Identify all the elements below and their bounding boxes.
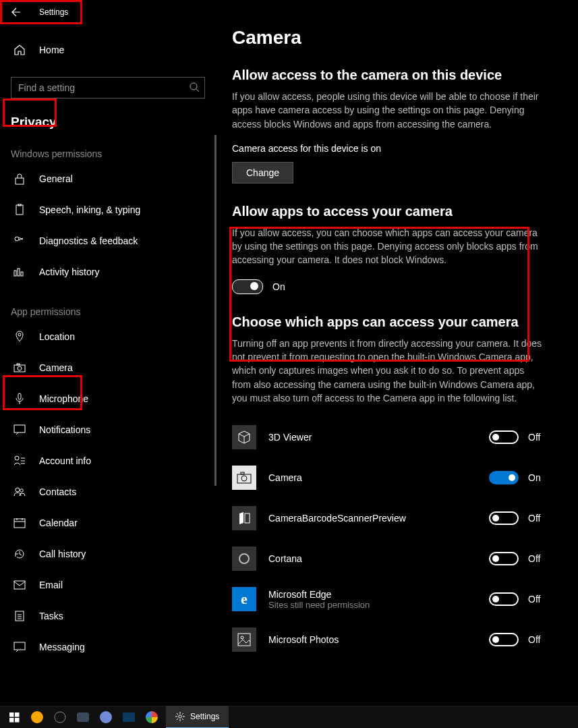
- feedback-icon: [13, 235, 26, 247]
- taskbar-app-2[interactable]: [49, 706, 71, 728]
- sidebar-item-callhistory[interactable]: Call history: [0, 538, 216, 569]
- nav-label: Messaging: [39, 642, 85, 652]
- taskbar-app-6[interactable]: [140, 706, 163, 728]
- app-toggle-state: Off: [528, 634, 548, 645]
- svg-point-11: [18, 366, 22, 370]
- home-icon: [13, 44, 26, 56]
- svg-rect-30: [15, 712, 20, 717]
- svg-line-42: [182, 713, 183, 715]
- app-icon: [232, 627, 256, 652]
- sidebar-item-tasks[interactable]: Tasks: [0, 600, 216, 632]
- svg-rect-21: [14, 642, 25, 650]
- svg-point-26: [239, 554, 249, 563]
- app-row: CameraBarcodeScannerPreviewOff: [232, 498, 548, 538]
- nav-label: Location: [39, 331, 75, 342]
- sidebar-scrollbar[interactable]: [214, 135, 216, 486]
- app-toggle[interactable]: [489, 633, 519, 646]
- svg-rect-19: [14, 581, 25, 589]
- app-name: CameraBarcodeScannerPreview: [268, 513, 489, 524]
- app-list: 3D ViewerOffCameraOnCameraBarcodeScanner…: [232, 417, 548, 660]
- section-heading-device-access: Allow access to the camera on this devic…: [232, 67, 548, 83]
- device-access-status: Camera access for this device is on: [232, 143, 548, 154]
- sidebar-item-microphone[interactable]: Microphone: [0, 383, 216, 414]
- nav-label: Contacts: [39, 486, 76, 497]
- nav-label: Call history: [39, 549, 86, 559]
- section-desc-app-access: If you allow access, you can choose whic…: [232, 226, 542, 267]
- svg-rect-14: [14, 425, 25, 432]
- svg-rect-13: [18, 393, 21, 399]
- sidebar-item-speech[interactable]: Speech, inking, & typing: [0, 194, 216, 225]
- clipboard-icon: [13, 204, 26, 216]
- svg-rect-27: [238, 634, 250, 646]
- microphone-icon: [13, 393, 26, 405]
- change-button[interactable]: Change: [232, 162, 293, 184]
- sidebar-item-activity[interactable]: Activity history: [0, 256, 216, 287]
- sidebar-home[interactable]: Home: [0, 35, 216, 65]
- nav-label: Camera: [39, 362, 73, 373]
- nav-label: Diagnostics & feedback: [39, 235, 138, 246]
- section-heading-choose-apps: Choose which apps can access your camera: [232, 314, 548, 330]
- sidebar-item-contacts[interactable]: Contacts: [0, 476, 216, 507]
- nav-label: Email: [39, 580, 63, 590]
- sidebar-home-label: Home: [39, 45, 64, 55]
- taskbar-app-1[interactable]: [26, 706, 49, 728]
- nav-label: Calendar: [39, 517, 78, 528]
- sidebar-item-general[interactable]: General: [0, 163, 216, 194]
- sidebar-item-diagnostics[interactable]: Diagnostics & feedback: [0, 225, 216, 256]
- back-button[interactable]: [5, 1, 27, 23]
- app-icon: [232, 425, 256, 449]
- app-row: CortanaOff: [232, 538, 548, 579]
- lock-icon: [13, 173, 26, 185]
- svg-rect-29: [9, 712, 14, 717]
- svg-point-28: [241, 636, 243, 639]
- nav-label: Microphone: [39, 393, 88, 404]
- taskbar-app-4[interactable]: [94, 706, 117, 728]
- sidebar-item-camera[interactable]: Camera: [0, 352, 216, 383]
- start-button[interactable]: [3, 706, 26, 728]
- search-input[interactable]: [11, 77, 205, 99]
- section-desc-device-access: If you allow access, people using this d…: [232, 90, 542, 131]
- sidebar-category: Privacy: [11, 115, 216, 130]
- svg-point-15: [15, 456, 19, 460]
- app-toggle[interactable]: [489, 471, 519, 484]
- sidebar-item-messaging[interactable]: Messaging: [0, 632, 216, 663]
- apps-access-toggle-label: On: [272, 281, 285, 292]
- apps-access-toggle[interactable]: [232, 279, 263, 294]
- app-toggle[interactable]: [489, 430, 519, 444]
- app-row: CameraOn: [232, 457, 548, 498]
- svg-rect-7: [18, 269, 20, 276]
- svg-point-34: [179, 715, 181, 718]
- app-toggle-state: Off: [528, 553, 548, 564]
- svg-point-33: [55, 712, 65, 723]
- svg-point-0: [190, 83, 197, 90]
- svg-rect-31: [9, 718, 14, 723]
- svg-rect-12: [17, 364, 20, 365]
- svg-rect-2: [16, 178, 24, 184]
- sidebar-item-account[interactable]: Account info: [0, 445, 216, 476]
- app-toggle[interactable]: [489, 592, 519, 606]
- taskbar-app-5[interactable]: [117, 706, 140, 728]
- taskbar-task-label: Settings: [190, 712, 219, 721]
- svg-line-40: [182, 719, 183, 720]
- svg-rect-32: [15, 718, 20, 723]
- contacts-icon: [13, 486, 26, 498]
- sidebar-item-email[interactable]: Email: [0, 569, 216, 600]
- location-icon: [13, 331, 26, 343]
- app-toggle[interactable]: [489, 552, 519, 565]
- section-desc-choose-apps: Turning off an app prevents it from dire…: [232, 337, 542, 405]
- taskbar-app-3[interactable]: [71, 706, 94, 728]
- app-icon: [232, 547, 256, 571]
- activity-icon: [13, 266, 26, 278]
- svg-rect-8: [21, 272, 23, 276]
- sidebar-item-notifications[interactable]: Notifications: [0, 414, 216, 445]
- sidebar-item-calendar[interactable]: Calendar: [0, 507, 216, 538]
- sidebar-item-location[interactable]: Location: [0, 321, 216, 352]
- app-name: Microsoft Photos: [268, 634, 489, 645]
- app-toggle[interactable]: [489, 511, 519, 525]
- svg-point-5: [15, 237, 19, 241]
- svg-rect-18: [14, 519, 25, 528]
- nav-label: General: [39, 173, 73, 184]
- taskbar-task-settings[interactable]: Settings: [166, 706, 229, 728]
- search-icon: [189, 82, 200, 92]
- nav-label: Activity history: [39, 267, 99, 277]
